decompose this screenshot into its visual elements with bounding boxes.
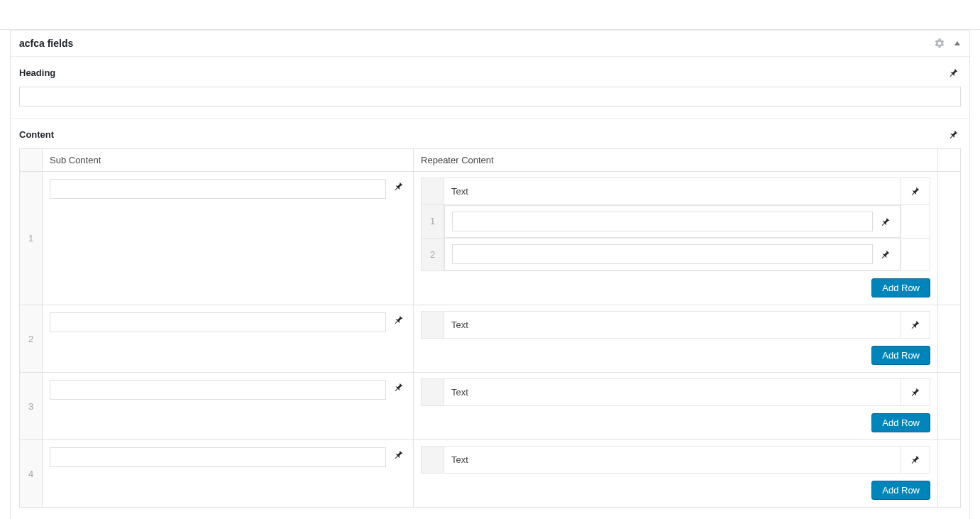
repeater-content-header-label: Repeater Content <box>421 155 494 165</box>
pin-icon[interactable] <box>908 385 923 399</box>
column-sub-content-header: Sub Content <box>43 149 414 172</box>
column-number-header <box>20 149 43 172</box>
nested-repeater-table: Text <box>421 311 930 339</box>
repeater-content-cell: Text Add Row <box>414 440 938 508</box>
field-heading: Heading <box>11 57 969 119</box>
nested-number-header <box>422 312 444 339</box>
nested-row: 1 <box>422 205 930 239</box>
sub-content-cell <box>43 305 414 373</box>
repeater-content-cell: Text 1 2 Add Row <box>414 172 938 305</box>
pin-icon[interactable] <box>879 214 893 229</box>
pin-icon[interactable] <box>908 452 923 466</box>
pin-icon[interactable] <box>947 65 961 80</box>
pin-icon[interactable] <box>947 127 961 141</box>
field-content-label: Content <box>19 129 54 140</box>
nested-row-number[interactable]: 1 <box>422 205 444 239</box>
sub-content-input[interactable] <box>50 179 386 199</box>
sub-content-cell <box>43 373 414 440</box>
nested-text-input[interactable] <box>452 212 873 231</box>
table-row: 3 Text Add Row <box>20 373 961 440</box>
field-content: Content Sub Content Repeater Content 1 <box>11 119 969 519</box>
table-row: 4 Text Add Row <box>20 440 961 508</box>
field-heading-label: Heading <box>19 67 55 78</box>
nested-number-header <box>422 178 444 205</box>
row-number[interactable]: 3 <box>20 373 43 440</box>
panel-header-actions <box>934 38 961 49</box>
top-spacer <box>0 0 980 30</box>
row-action-cell <box>938 172 961 305</box>
nested-action-header <box>901 178 930 205</box>
nested-repeater-table: Text <box>421 378 930 406</box>
nested-action-header <box>901 379 930 406</box>
row-action-cell <box>938 305 961 373</box>
nested-text-input[interactable] <box>452 244 873 264</box>
column-action-header <box>938 149 961 172</box>
repeater-content-cell: Text Add Row <box>414 305 938 373</box>
row-number[interactable]: 2 <box>20 305 43 373</box>
field-heading-label-row: Heading <box>19 65 961 80</box>
nested-row-action <box>901 238 930 271</box>
add-row-button[interactable]: Add Row <box>871 413 930 432</box>
nested-row-action <box>901 205 930 239</box>
sub-content-input[interactable] <box>50 447 386 467</box>
row-number[interactable]: 4 <box>20 440 43 508</box>
table-row: 1 Text 1 2 Add Row <box>20 172 961 305</box>
nested-number-header <box>422 447 444 474</box>
row-action-cell <box>938 373 961 440</box>
sub-content-cell <box>43 172 414 305</box>
sub-content-input[interactable] <box>50 312 386 332</box>
row-number[interactable]: 1 <box>20 172 43 305</box>
pin-icon[interactable] <box>392 179 406 193</box>
nested-text-cell <box>444 238 901 271</box>
repeater-content-cell: Text Add Row <box>414 373 938 440</box>
pin-icon[interactable] <box>908 184 923 198</box>
field-content-label-row: Content <box>19 127 961 141</box>
pin-icon[interactable] <box>392 312 406 327</box>
panel-header: acfca fields <box>11 31 969 57</box>
svg-marker-0 <box>954 41 960 45</box>
nested-text-header: Text <box>444 178 901 205</box>
nested-row-number[interactable]: 2 <box>422 238 444 271</box>
acf-panel: acfca fields Heading Content <box>10 30 970 519</box>
nested-repeater-table: Text 1 2 <box>421 177 930 271</box>
column-repeater-content-header: Repeater Content <box>414 149 938 172</box>
nested-text-header: Text <box>444 447 901 474</box>
pin-icon[interactable] <box>879 247 893 261</box>
sub-content-cell <box>43 440 414 508</box>
add-row-button[interactable]: Add Row <box>871 346 930 365</box>
nested-text-cell <box>444 205 901 238</box>
collapse-icon[interactable] <box>954 40 961 47</box>
pin-icon[interactable] <box>908 317 923 332</box>
nested-text-header: Text <box>444 379 901 406</box>
add-row-button[interactable]: Add Row <box>871 481 930 500</box>
nested-action-header <box>901 312 930 339</box>
panel-title: acfca fields <box>19 38 73 49</box>
nested-number-header <box>422 379 444 406</box>
heading-input[interactable] <box>19 87 961 106</box>
pin-icon[interactable] <box>392 447 406 461</box>
pin-icon[interactable] <box>392 380 406 394</box>
sub-content-header-label: Sub Content <box>50 155 101 165</box>
row-action-cell <box>938 440 961 508</box>
table-row: 2 Text Add Row <box>20 305 961 373</box>
nested-action-header <box>901 447 930 474</box>
nested-text-header: Text <box>444 312 901 339</box>
content-repeater-table: Sub Content Repeater Content 1 Text 1 2 … <box>19 148 961 508</box>
sub-content-input[interactable] <box>50 380 386 400</box>
nested-repeater-table: Text <box>421 446 930 474</box>
add-row-button[interactable]: Add Row <box>871 278 930 297</box>
gear-icon[interactable] <box>934 38 945 49</box>
nested-row: 2 <box>422 238 930 271</box>
